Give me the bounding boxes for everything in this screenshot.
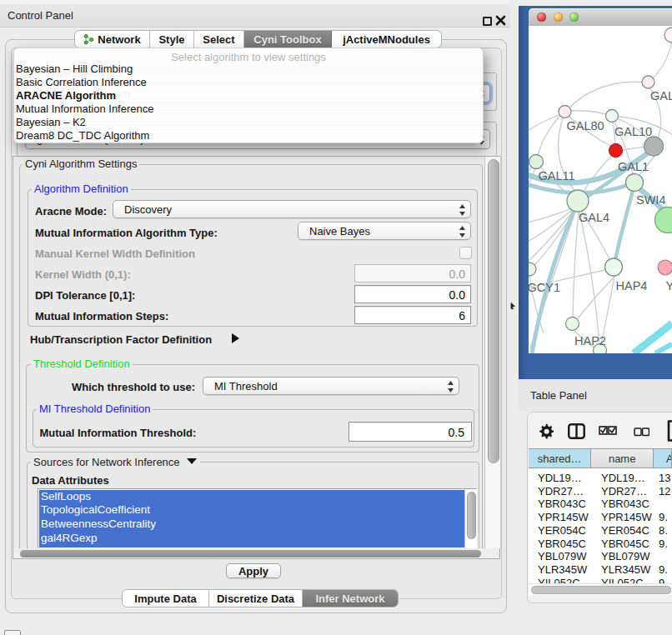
attribute-list-item[interactable]: SelfLoops bbox=[39, 490, 464, 504]
network-node-hap2[interactable] bbox=[566, 318, 579, 331]
tab-label: Infer Network bbox=[315, 592, 384, 605]
network-node-hap4[interactable] bbox=[605, 258, 623, 276]
menu-item[interactable]: Dream8 DC_TDC Algorithm bbox=[16, 129, 149, 142]
tab-jactivemnodules[interactable]: jActiveMNodules bbox=[332, 31, 441, 48]
control-panel-titlebar[interactable]: Control Panel bbox=[0, 4, 510, 28]
column-header-3[interactable]: A bbox=[654, 449, 672, 468]
manual-kernel-checkbox[interactable] bbox=[459, 247, 472, 259]
network-node-label: GAL80 bbox=[567, 119, 604, 132]
column-header-2[interactable]: name bbox=[591, 449, 654, 468]
attribute-list-item[interactable]: TopologicalCoefficient bbox=[39, 503, 464, 518]
close-traffic-light[interactable] bbox=[537, 12, 546, 22]
settings-hscrollbar-thumb[interactable] bbox=[20, 550, 481, 558]
sources-legend[interactable]: Sources for Network Inference bbox=[31, 456, 200, 468]
select-all-icon[interactable] bbox=[599, 426, 617, 438]
data-attributes-label: Data Attributes bbox=[32, 474, 109, 487]
table-row[interactable]: YPR145WYPR145W9. bbox=[529, 508, 672, 521]
split-columns-icon[interactable] bbox=[568, 423, 585, 442]
network-node[interactable] bbox=[655, 208, 672, 233]
table-row[interactable]: YBR045CYBR045C9. bbox=[529, 534, 672, 548]
table-row[interactable]: YBR043CYBR043C bbox=[529, 494, 672, 508]
tab-infer-network[interactable]: Infer Network bbox=[303, 590, 398, 607]
network-node-swi4[interactable] bbox=[626, 174, 644, 192]
aracne-mode-combobox[interactable]: Discovery bbox=[113, 200, 471, 218]
settings-horizontal-scrollbar[interactable] bbox=[13, 548, 499, 558]
gear-icon[interactable] bbox=[538, 423, 554, 442]
document-icon[interactable] bbox=[667, 420, 672, 444]
tab-discretize-data[interactable]: Discretize Data bbox=[209, 590, 303, 607]
settings-scrollbar-thumb[interactable] bbox=[488, 159, 499, 463]
algorithm-definition-legend: Algorithm Definition bbox=[32, 182, 131, 195]
network-node-gal4[interactable] bbox=[567, 190, 589, 212]
apply-button[interactable]: Apply bbox=[226, 563, 281, 578]
sources-legend-text: Sources for Network Inference bbox=[33, 456, 180, 468]
network-window-titlebar[interactable] bbox=[529, 8, 672, 27]
network-edge[interactable] bbox=[565, 111, 612, 116]
tab-label: Impute Data bbox=[134, 592, 196, 605]
table-hscrollbar-thumb[interactable] bbox=[531, 586, 671, 594]
list-scrollbar-thumb[interactable] bbox=[467, 492, 476, 539]
tab-network[interactable]: Network bbox=[75, 31, 150, 48]
table-row[interactable]: YER054CYER054C8. bbox=[529, 521, 672, 534]
network-edge[interactable] bbox=[534, 212, 574, 265]
table-row[interactable]: YIL052CYIL052C9. bbox=[529, 573, 672, 583]
attribute-list-item[interactable]: BetweennessCentrality bbox=[39, 518, 464, 532]
network-node-gal80[interactable] bbox=[559, 106, 571, 118]
table-panel-titlebar[interactable]: Table Panel bbox=[519, 379, 672, 411]
menu-item[interactable]: Basic Correlation Inference bbox=[16, 76, 147, 88]
menu-item[interactable]: Bayesian – K2 bbox=[16, 116, 86, 128]
table-body: YDL19…YDL19…13YDR27…YDR27…12YBR043CYBR04… bbox=[529, 468, 672, 583]
mi-threshold-legend: MI Threshold Definition bbox=[37, 402, 153, 415]
network-edge[interactable] bbox=[649, 40, 672, 82]
float-window-icon[interactable] bbox=[483, 17, 492, 26]
network-view-canvas[interactable]: GAL2GAL80GAL10GAL1GAL11SWI4GAL4GCY1HAP4Y… bbox=[529, 26, 672, 353]
network-node[interactable] bbox=[644, 137, 664, 156]
kernel-width-field[interactable]: 0.0 bbox=[354, 264, 471, 282]
network-edge[interactable] bbox=[615, 191, 633, 259]
tab-select[interactable]: Select bbox=[194, 31, 244, 48]
network-edge[interactable] bbox=[529, 113, 564, 133]
table-row[interactable]: YDL19…YDL19…13 bbox=[529, 468, 672, 482]
network-node-gal1[interactable] bbox=[609, 144, 623, 158]
menu-item[interactable]: Bayesian – Hill Climbing bbox=[16, 62, 133, 75]
tab-impute-data[interactable]: Impute Data bbox=[123, 590, 209, 607]
which-threshold-combobox[interactable]: MI Threshold bbox=[203, 377, 459, 395]
network-node-gal11[interactable] bbox=[529, 155, 544, 169]
network-node[interactable] bbox=[664, 28, 672, 42]
network-edge[interactable] bbox=[565, 82, 648, 112]
zoom-traffic-light[interactable] bbox=[569, 12, 579, 22]
data-attributes-listbox[interactable]: SelfLoopsTopologicalCoefficientBetweenne… bbox=[38, 488, 477, 549]
hub-definition-label[interactable]: Hub/Transcription Factor Definition bbox=[30, 333, 212, 346]
table-row[interactable]: YLR345WYLR345W9. bbox=[529, 560, 672, 573]
collapse-arrow-icon[interactable] bbox=[186, 458, 198, 465]
network-edge[interactable] bbox=[579, 212, 599, 343]
mi-steps-field[interactable]: 6 bbox=[354, 306, 471, 324]
network-node-gal10[interactable] bbox=[606, 110, 619, 122]
settings-vertical-scrollbar[interactable] bbox=[484, 157, 501, 548]
tab-style[interactable]: Style bbox=[150, 31, 194, 48]
network-node-gal2[interactable] bbox=[642, 76, 654, 88]
menu-item[interactable]: ARACNE Algorithm bbox=[16, 89, 116, 102]
network-node-label: GCY1 bbox=[529, 281, 560, 294]
attribute-list-item[interactable]: gal4RGexp bbox=[39, 532, 464, 546]
network-edge[interactable] bbox=[655, 344, 672, 353]
network-node-label: GAL11 bbox=[539, 169, 575, 182]
deselect-all-icon[interactable] bbox=[634, 427, 649, 439]
mi-type-combobox[interactable]: Naive Bayes bbox=[298, 222, 471, 240]
list-vertical-scrollbar[interactable] bbox=[464, 489, 477, 548]
mi-type-value: Naive Bayes bbox=[309, 225, 370, 238]
minimize-traffic-light[interactable] bbox=[554, 12, 563, 22]
table-horizontal-scrollbar[interactable] bbox=[529, 583, 672, 595]
menu-item[interactable]: Mutual Information Inference bbox=[16, 102, 153, 115]
corner-button[interactable] bbox=[4, 630, 21, 635]
dpi-tolerance-field[interactable]: 0.0 bbox=[354, 285, 471, 303]
close-icon[interactable] bbox=[495, 15, 507, 28]
network-node-y[interactable] bbox=[658, 260, 672, 275]
mi-threshold-field[interactable]: 0.5 bbox=[349, 422, 472, 442]
expand-arrow-icon[interactable] bbox=[230, 332, 240, 347]
column-header-1[interactable]: shared… bbox=[529, 449, 591, 468]
tab-cyni-toolbox[interactable]: Cyni Toolbox bbox=[244, 31, 332, 48]
table-row[interactable]: YDR27…YDR27…12 bbox=[529, 482, 672, 495]
network-edge[interactable] bbox=[573, 212, 579, 317]
table-row[interactable]: YBL079WYBL079W bbox=[529, 547, 672, 560]
